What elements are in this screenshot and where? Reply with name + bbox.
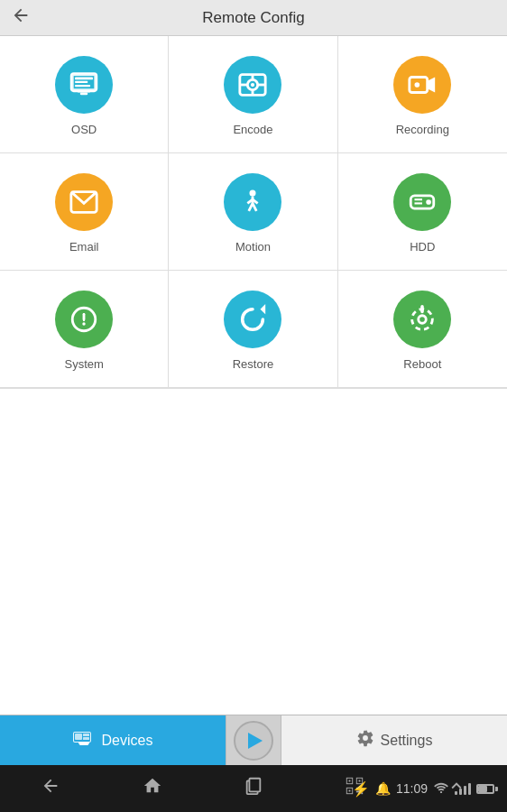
grid-item-motion[interactable]: Motion: [169, 153, 337, 271]
recording-icon-circle: [393, 56, 451, 114]
svg-rect-41: [83, 737, 89, 740]
encode-icon-circle: [224, 56, 281, 114]
osd-label: OSD: [71, 123, 97, 136]
osd-icon-circle: [55, 56, 113, 114]
page-title: Remote Config: [202, 9, 304, 27]
status-icons: ⚡ 🔔 11:09: [352, 780, 498, 798]
config-grid: OSD Encode Recording: [0, 36, 507, 389]
usb-icon: ⚡: [352, 780, 370, 798]
svg-text:i: i: [82, 310, 86, 324]
nav-bar: ⚡ 🔔 11:09: [0, 765, 507, 812]
notification-icon: 🔔: [375, 781, 391, 796]
grid-item-email[interactable]: Email: [0, 153, 169, 271]
svg-rect-43: [78, 743, 89, 744]
hdd-icon: [407, 187, 438, 217]
system-icon-circle: i: [55, 291, 113, 348]
svg-rect-4: [75, 81, 88, 83]
svg-rect-48: [349, 780, 351, 782]
back-button[interactable]: [11, 5, 31, 30]
signal-bars: [455, 782, 471, 795]
svg-point-10: [251, 83, 254, 87]
hdd-label: HDD: [410, 240, 435, 254]
svg-point-17: [415, 82, 420, 88]
play-circle: [234, 721, 273, 761]
devices-tab-label: Devices: [102, 733, 153, 749]
email-label: Email: [69, 240, 99, 254]
grid-item-encode[interactable]: Encode: [169, 36, 337, 153]
email-icon: [69, 187, 99, 217]
recording-label: Recording: [396, 123, 449, 136]
android-recents-button[interactable]: [244, 776, 263, 801]
svg-point-35: [419, 316, 427, 324]
grid-item-osd[interactable]: OSD: [0, 36, 169, 153]
grid-item-recording[interactable]: Recording: [338, 36, 507, 153]
svg-rect-54: [349, 790, 351, 792]
svg-rect-6: [80, 93, 88, 96]
restore-label: Restore: [233, 357, 274, 371]
svg-rect-40: [83, 734, 89, 736]
system-label: System: [64, 357, 103, 371]
grid-item-reboot[interactable]: Reboot: [338, 271, 507, 388]
bottom-tab-bar: Devices Settings: [0, 715, 507, 765]
hdd-icon-circle: [393, 173, 451, 231]
svg-point-19: [250, 190, 256, 197]
svg-point-60: [440, 791, 442, 793]
status-time: 11:09: [396, 781, 428, 796]
settings-tab[interactable]: Settings: [281, 715, 507, 765]
play-button[interactable]: [226, 715, 281, 765]
svg-rect-39: [75, 734, 82, 740]
android-home-button[interactable]: [143, 776, 162, 801]
settings-tab-label: Settings: [381, 733, 433, 749]
devices-tab[interactable]: Devices: [0, 715, 226, 765]
grid-item-restore[interactable]: Restore: [169, 271, 337, 388]
email-icon-circle: [55, 173, 113, 231]
motion-label: Motion: [235, 240, 271, 254]
svg-rect-3: [75, 78, 93, 80]
battery-icon: [476, 784, 498, 794]
reboot-icon: [407, 304, 438, 335]
encode-label: Encode: [233, 123, 272, 136]
svg-rect-5: [75, 85, 90, 87]
recording-icon: [407, 69, 438, 100]
svg-marker-33: [261, 304, 266, 314]
top-bar: Remote Config: [0, 0, 507, 36]
reboot-icon-circle: [393, 291, 451, 348]
osd-icon: [69, 69, 99, 100]
reboot-label: Reboot: [403, 357, 441, 371]
devices-icon: [73, 730, 95, 751]
motion-icon: [237, 187, 268, 217]
restore-icon: [237, 304, 268, 335]
motion-icon-circle: [224, 173, 281, 231]
wifi-icon: [433, 780, 449, 797]
android-back-button[interactable]: [41, 776, 60, 801]
gear-icon: [356, 729, 374, 752]
grid-item-system[interactable]: i System: [0, 271, 169, 388]
svg-point-26: [427, 199, 432, 205]
system-icon: i: [69, 304, 99, 335]
restore-icon-circle: [224, 291, 281, 348]
play-triangle-icon: [248, 733, 263, 749]
grid-item-hdd[interactable]: HDD: [338, 153, 507, 271]
svg-rect-45: [249, 779, 260, 792]
svg-rect-7: [78, 91, 90, 92]
svg-line-24: [253, 203, 256, 211]
encode-icon: [237, 69, 268, 100]
